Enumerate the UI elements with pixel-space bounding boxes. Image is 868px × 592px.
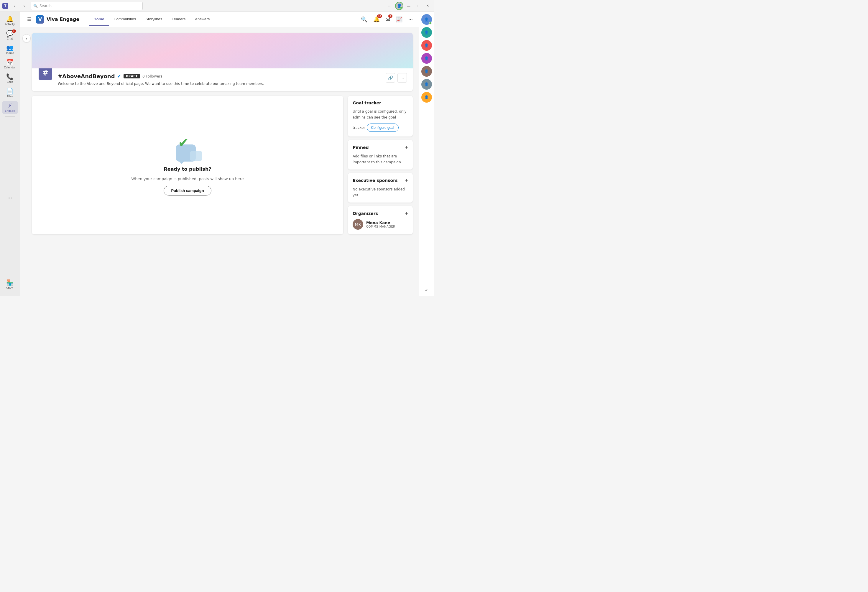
goal-tracker-header: Goal tracker [353, 100, 408, 105]
nav-analytics-button[interactable]: 📈 [395, 15, 404, 24]
tab-home[interactable]: Home [89, 13, 109, 26]
more-campaign-button[interactable]: ··· [397, 73, 407, 83]
campaign-description: Welcome to the Above and Beyond official… [58, 81, 381, 86]
goal-tracker-card: Goal tracker Until a goal is configured,… [348, 96, 413, 136]
close-button[interactable]: ✕ [424, 2, 432, 10]
tab-leaders[interactable]: Leaders [167, 13, 190, 26]
brand-name-text: Viva Engage [47, 16, 79, 22]
verified-icon: ✔ [117, 74, 121, 79]
presence-avatar-4[interactable]: 👤 [421, 53, 432, 63]
sidebar-divider [5, 117, 15, 117]
nav-notifications-button[interactable]: 🔔 12 [372, 15, 381, 24]
ellipsis-icon: ··· [400, 75, 404, 80]
online-status-dot [400, 6, 403, 9]
chat-badge: 1 [12, 30, 16, 33]
collapse-icon: « [425, 288, 428, 292]
activity-icon: 🔔 [6, 16, 13, 22]
campaign-title-row: #AboveAndBeyond ✔ DRAFT 0 Followers [58, 73, 381, 79]
notifications-badge: 12 [377, 15, 382, 18]
left-sidebar: 🔔 Activity 1 💬 Chat 👥 Teams 📅 Calendar 📞… [0, 12, 20, 296]
sidebar-item-calendar[interactable]: 📅 Calendar [2, 58, 18, 71]
configure-goal-button[interactable]: Configure goal [367, 124, 399, 132]
search-icon: 🔍 [361, 16, 368, 22]
organizer-initials: MK [355, 222, 361, 227]
organizers-add-button[interactable]: + [405, 211, 408, 216]
more-options-button[interactable]: ··· [386, 2, 394, 10]
presence-avatar-3[interactable]: 👤 [421, 40, 432, 51]
back-page-button[interactable]: ‹ [22, 34, 31, 43]
teams-icon: 👥 [6, 45, 13, 51]
link-icon: 🔗 [388, 75, 393, 80]
tab-answers[interactable]: Answers [190, 13, 214, 26]
tab-communities[interactable]: Communities [109, 13, 141, 26]
app-brand: V Viva Engage [36, 15, 79, 24]
app-layout: 🔔 Activity 1 💬 Chat 👥 Teams 📅 Calendar 📞… [0, 12, 434, 296]
presence-avatar-5[interactable]: 👤 [421, 66, 432, 77]
copy-link-button[interactable]: 🔗 [386, 73, 395, 83]
forward-button[interactable]: › [20, 2, 28, 10]
sidebar-label-engage: Engage [5, 109, 15, 112]
campaign-actions: 🔗 ··· [386, 73, 407, 83]
organizers-title: Organizers [353, 211, 378, 216]
sidebar-more-button[interactable]: ··· [2, 193, 18, 203]
executive-sponsors-add-button[interactable]: + [405, 178, 408, 183]
brand-logo-icon: V [36, 15, 44, 24]
ready-title: Ready to publish? [164, 166, 211, 172]
pinned-description: Add files or links that are important to… [353, 154, 402, 164]
user-avatar[interactable]: 👤 [395, 2, 403, 10]
tab-storylines[interactable]: Storylines [141, 13, 167, 26]
title-bar: T ‹ › 🔍 Search ··· 👤 — □ ✕ [0, 0, 434, 12]
nav-actions: 🔍 🔔 12 ✉ 5 📈 ··· [360, 15, 414, 24]
presence-avatar-2[interactable]: 👤 [421, 27, 432, 38]
search-icon: 🔍 [33, 4, 38, 8]
sidebar-label-chat: Chat [7, 37, 13, 40]
store-icon: 🏪 [6, 280, 13, 286]
pinned-title: Pinned [353, 145, 369, 150]
checkmark-icon: ✔ [178, 135, 189, 150]
sidebar-item-engage[interactable]: ⚡ Engage [2, 101, 18, 114]
sidebar-label-calls: Calls [7, 80, 13, 83]
hamburger-button[interactable]: ☰ [25, 15, 34, 23]
organizer-info: Mona Kane COMMS MANAGER [366, 220, 396, 228]
page-content: ‹ # #AboveAndBeyond ✔ DRAFT 0 Followers [20, 27, 419, 296]
nav-more-button[interactable]: ··· [407, 15, 414, 24]
engage-icon: ⚡ [8, 103, 12, 108]
executive-sponsors-title: Executive sponsors [353, 178, 397, 183]
mail-badge: 5 [388, 15, 393, 18]
campaign-info: # #AboveAndBeyond ✔ DRAFT 0 Followers We… [32, 68, 413, 91]
followers-count: 0 Followers [142, 74, 162, 78]
title-search-bar[interactable]: 🔍 Search [31, 2, 143, 10]
presence-avatar-6[interactable]: 👤 [421, 79, 432, 90]
organizer-avatar: MK [353, 219, 363, 230]
calls-icon: 📞 [6, 74, 13, 80]
main-content: ☰ V Viva Engage Home Communities Storyli… [20, 12, 419, 296]
maximize-button[interactable]: □ [414, 2, 422, 10]
nav-search-button[interactable]: 🔍 [360, 15, 369, 24]
sidebar-item-activity[interactable]: 🔔 Activity [2, 14, 18, 27]
pinned-header: Pinned + [353, 145, 408, 150]
nav-mail-button[interactable]: ✉ 5 [384, 15, 391, 24]
speech-bubble-small [190, 151, 202, 161]
campaign-title: #AboveAndBeyond [58, 73, 115, 79]
publish-campaign-button[interactable]: Publish campaign [164, 186, 211, 195]
ready-illustration: ✔ [173, 135, 202, 162]
sidebar-item-teams[interactable]: 👥 Teams [2, 43, 18, 56]
presence-avatar-1[interactable]: 👤 [421, 14, 432, 25]
files-icon: 📄 [6, 88, 13, 94]
app-logo-small: T [2, 3, 8, 9]
sidebar-item-files[interactable]: 📄 Files [2, 86, 18, 100]
sidebar-item-calls[interactable]: 📞 Calls [2, 72, 18, 85]
right-sidebar-collapse-button[interactable]: « [424, 286, 429, 294]
organizer-name: Mona Kane [366, 220, 396, 225]
presence-avatar-7[interactable]: 👤 [421, 92, 432, 103]
sidebar-item-chat[interactable]: 1 💬 Chat [2, 29, 18, 42]
calendar-icon: 📅 [6, 59, 13, 65]
sidebar-item-store[interactable]: 🏪 Store [2, 278, 18, 291]
pinned-add-button[interactable]: + [405, 145, 408, 150]
more-icon: ··· [7, 195, 13, 201]
minimize-button[interactable]: — [404, 2, 413, 10]
executive-sponsors-description: No executive sponsors added yet. [353, 187, 405, 197]
nav-controls: ‹ › [10, 2, 28, 10]
back-button[interactable]: ‹ [10, 2, 19, 10]
sidebar-label-activity: Activity [5, 23, 15, 26]
